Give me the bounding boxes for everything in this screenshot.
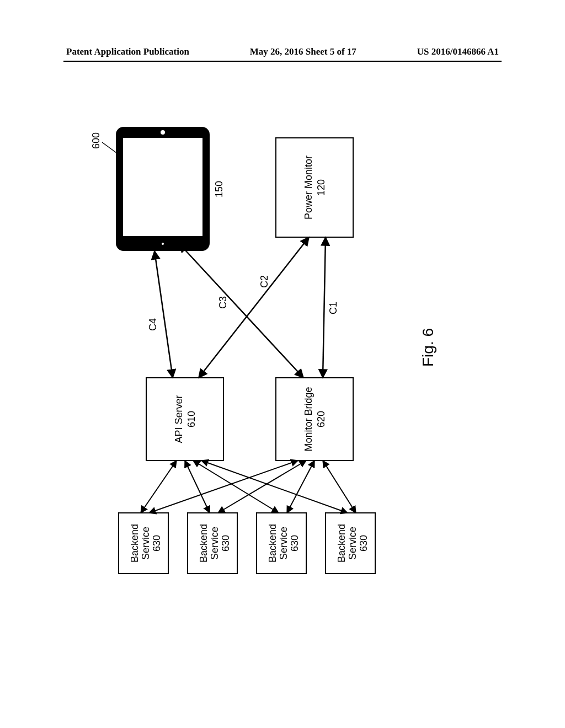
backend-service-4: Backend Service 630: [326, 513, 375, 574]
conn-c1: [323, 237, 326, 378]
c3-label: C3: [217, 296, 228, 309]
svg-point-12: [162, 243, 164, 245]
conn-c4: [154, 251, 173, 378]
page-header: Patent Application Publication May 26, 2…: [0, 46, 565, 57]
svg-rect-13: [276, 138, 353, 237]
backend-service-2-ref: 630: [220, 535, 231, 552]
c4-label: C4: [147, 318, 158, 331]
figure-caption: Fig. 6: [419, 328, 436, 367]
system-ref-label: 600: [90, 132, 102, 149]
monitor-bridge-ref: 620: [316, 411, 327, 427]
svg-text:Service: Service: [278, 527, 289, 560]
backend-service-1: Backend Service 630: [119, 513, 168, 574]
svg-text:Service: Service: [209, 527, 220, 560]
monitor-bridge-label: Monitor Bridge: [303, 387, 314, 451]
backend-connectors: [141, 461, 356, 513]
api-server-box: API Server 610: [146, 378, 223, 461]
header-divider: [63, 61, 502, 62]
backend-service-3: Backend Service 630: [257, 513, 306, 574]
power-monitor-label: Power Monitor: [303, 156, 314, 220]
svg-rect-8: [276, 378, 353, 461]
c1-label: C1: [328, 302, 339, 314]
svg-line-20: [287, 461, 315, 513]
backend-service-3-ref: 630: [289, 535, 300, 552]
backend-service-4-label: Backend: [336, 524, 347, 563]
svg-text:Service: Service: [347, 527, 358, 560]
system-diagram: 600 Backend Service 630 Backend Service …: [86, 116, 472, 579]
backend-service-2: Backend Service 630: [188, 513, 237, 574]
svg-rect-10: [123, 138, 202, 236]
api-server-label: API Server: [173, 395, 184, 443]
conn-c3: [179, 244, 303, 378]
backend-service-1-ref: 630: [151, 535, 162, 552]
api-server-ref: 610: [186, 411, 197, 427]
svg-rect-7: [146, 378, 223, 461]
tablet-device: 150: [116, 127, 225, 251]
header-center: May 26, 2016 Sheet 5 of 17: [250, 46, 356, 57]
power-monitor-box: Power Monitor 120: [276, 138, 353, 237]
tablet-ref: 150: [214, 181, 225, 197]
monitor-bridge-box: Monitor Bridge 620: [276, 378, 353, 461]
backend-service-3-label: Backend: [267, 524, 278, 563]
backend-service-4-ref: 630: [358, 535, 369, 552]
backend-service-2-label: Backend: [198, 524, 209, 563]
power-monitor-ref: 120: [316, 179, 327, 196]
backend-service-1-label2: Service: [140, 527, 151, 560]
backend-service-1-label: Backend: [129, 524, 140, 563]
header-left: Patent Application Publication: [66, 46, 189, 57]
svg-line-19: [218, 461, 306, 513]
c2-label: C2: [259, 275, 270, 288]
page: Patent Application Publication May 26, 2…: [0, 0, 565, 728]
header-right: US 2016/0146866 A1: [417, 46, 499, 57]
conn-c2: [199, 237, 309, 378]
svg-line-21: [323, 461, 356, 513]
svg-point-11: [161, 130, 165, 135]
